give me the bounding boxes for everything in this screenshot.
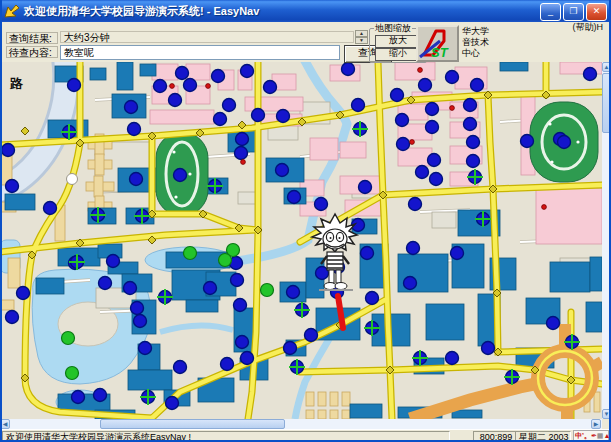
ime-chinese-icon[interactable]: 中 [575,432,582,440]
map-node-blue[interactable] [2,144,15,157]
scroll-down-icon[interactable]: ▼ [602,409,611,419]
query-input[interactable]: 教室呢 [60,45,340,60]
map-node-blue[interactable] [6,180,19,193]
map-node-blue[interactable] [241,65,254,78]
map-node-green[interactable] [184,247,197,260]
minimize-button[interactable]: _ [540,3,561,21]
map-node-blue[interactable] [68,79,81,92]
ime-toolbar[interactable]: 中 ’。 ✒ ▦ ▲ [573,430,609,442]
maximize-button[interactable]: ❐ [563,3,584,21]
map-node-blue[interactable] [235,147,248,160]
map-node-blue[interactable] [134,315,147,328]
menu-help[interactable]: (帮助)H [573,22,604,32]
map-node-blue[interactable] [407,242,420,255]
map-node-green[interactable] [62,332,75,345]
map-node-blue[interactable] [221,358,234,371]
map-node-blue[interactable] [231,274,244,287]
map-node-blue[interactable] [223,99,236,112]
scroll-left-icon[interactable]: ◀ [0,419,10,429]
map-node-blue[interactable] [284,342,297,355]
map-node-blue[interactable] [236,133,249,146]
map-node-blue[interactable] [464,99,477,112]
map-node-blue[interactable] [342,63,355,76]
vertical-scroll-thumb[interactable] [602,73,611,133]
map-node-blue[interactable] [361,247,374,260]
map-node-blue[interactable] [426,103,439,116]
map-node-blue[interactable] [359,181,372,194]
map-node-blue[interactable] [174,361,187,374]
map-node-blue[interactable] [397,138,410,151]
map-node-blue[interactable] [154,80,167,93]
map-node-blue[interactable] [169,94,182,107]
map-node-blue[interactable] [44,202,57,215]
map-node-blue[interactable] [416,166,429,179]
title-bar[interactable]: 欢迎使用清华大学校园导游演示系统! - EasyNav _ ❐ ✕ [0,0,611,22]
map-node-blue[interactable] [241,352,254,365]
ime-eject-icon[interactable]: ▲ [603,432,610,440]
map-node-blue[interactable] [471,79,484,92]
scroll-right-icon[interactable]: ▶ [591,419,601,429]
map-node-blue[interactable] [584,68,597,81]
map-node-blue[interactable] [234,299,247,312]
map-node-blue[interactable] [131,302,144,315]
map-node-blue[interactable] [204,282,217,295]
map-node-blue[interactable] [99,277,112,290]
map-node-blue[interactable] [396,114,409,127]
map-node-blue[interactable] [174,169,187,182]
map-node-blue[interactable] [446,352,459,365]
map-node-blue[interactable] [305,329,318,342]
map-node-blue[interactable] [288,191,301,204]
map-node-blue[interactable] [277,110,290,123]
ime-keyboard-icon[interactable]: ▦ [597,432,604,440]
map-node-blue[interactable] [409,198,422,211]
campus-map-canvas[interactable]: 路 [0,62,602,419]
map-node-blue[interactable] [252,109,265,122]
map-node-blue[interactable] [139,342,152,355]
horizontal-scroll-thumb[interactable] [100,419,285,429]
horizontal-scrollbar[interactable]: ◀ ▶ [0,419,602,429]
map-node-blue[interactable] [428,154,441,167]
map-node-blue[interactable] [404,277,417,290]
map-node-blue[interactable] [446,71,459,84]
map-node-blue[interactable] [419,79,432,92]
map-node-blue[interactable] [315,198,328,211]
map-node-blue[interactable] [366,292,379,305]
map-node-green[interactable] [261,284,274,297]
map-node-blue[interactable] [451,247,464,260]
map-node-blue[interactable] [391,89,404,102]
map-node-blue[interactable] [176,67,189,80]
map-node-blue[interactable] [128,123,141,136]
ime-punct-icon[interactable]: ’。 [582,432,591,440]
zoom-in-button[interactable]: 放大 [375,35,421,48]
map-node-blue[interactable] [72,391,85,404]
scroll-up-icon[interactable]: ▲ [602,62,611,72]
map-node-blue[interactable] [124,282,137,295]
zoom-out-button[interactable]: 缩小 [375,48,421,61]
map-node-blue[interactable] [184,79,197,92]
map-node-blue[interactable] [464,118,477,131]
map-node-blue[interactable] [166,397,179,410]
map-node-blue[interactable] [467,136,480,149]
map-node-blue[interactable] [17,287,30,300]
map-node-blue[interactable] [264,81,277,94]
map-node-blue[interactable] [125,101,138,114]
map-node-green[interactable] [219,254,232,267]
map-node-blue[interactable] [558,136,571,149]
map-node-blue[interactable] [547,317,560,330]
spinner-up-icon[interactable]: ▲ [355,30,368,37]
map-node-blue[interactable] [430,173,443,186]
map-node-blue[interactable] [107,255,120,268]
map-node-blue[interactable] [6,311,19,324]
map-node-blue[interactable] [276,164,289,177]
map-node-blue[interactable] [236,336,249,349]
map-node-blue[interactable] [287,286,300,299]
map-node-blue[interactable] [214,113,227,126]
map-node-blue[interactable] [426,121,439,134]
map-node-green[interactable] [66,367,79,380]
map-node-blue[interactable] [467,155,480,168]
close-button[interactable]: ✕ [586,3,607,21]
map-node-blue[interactable] [352,99,365,112]
map-node-blue[interactable] [521,135,534,148]
map-node-blue[interactable] [212,70,225,83]
map-node-blue[interactable] [94,389,107,402]
